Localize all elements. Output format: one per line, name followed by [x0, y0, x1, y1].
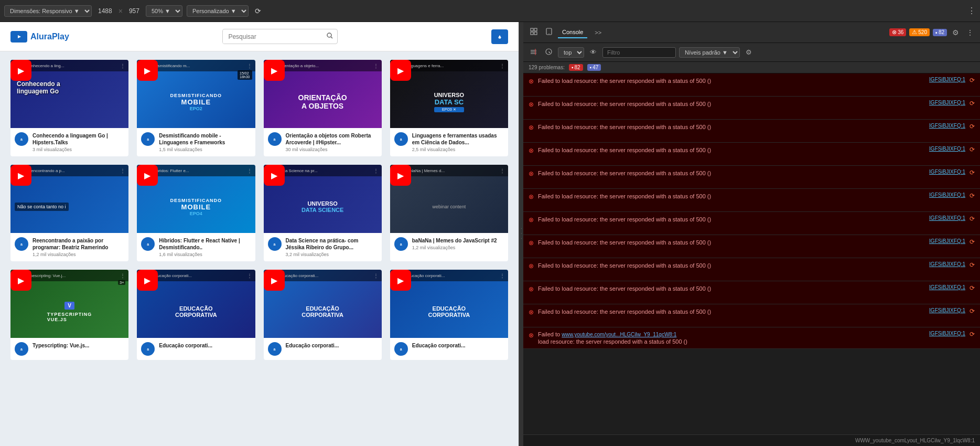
play-button-5[interactable]: ▶ — [10, 165, 31, 186]
console-output[interactable]: ⊗ Failed to load resource: the server re… — [523, 73, 980, 434]
last-error-row: ⊗ Failed to www.youtube.com/yout...HLGCi… — [529, 331, 975, 345]
eye-icon-button[interactable]: 👁 — [587, 47, 599, 58]
action-icon-7[interactable]: ⟳ — [970, 215, 975, 222]
action-icon-4[interactable]: ⟳ — [970, 146, 975, 153]
action-icon-3[interactable]: ⟳ — [970, 123, 975, 130]
settings-filter-button[interactable]: ⚙ — [743, 47, 755, 58]
problems-label: 129 problemas: — [529, 65, 565, 70]
error-icon-4: ⊗ — [529, 147, 534, 154]
video-info-7: a Data Science na prática- com Jéssika R… — [264, 233, 382, 261]
svg-rect-8 — [534, 28, 537, 31]
action-icon-11[interactable]: ⟳ — [970, 307, 975, 315]
device-icon-btn[interactable] — [543, 26, 555, 38]
console-source-3[interactable]: IGFSiBJIXFQ:1 — [929, 123, 965, 129]
error-icon-2: ⊗ — [529, 101, 534, 108]
dimensions-select[interactable]: Dimensões: Responsivo ▼ — [4, 5, 92, 17]
rotate-icon[interactable]: ⟳ — [253, 5, 263, 17]
action-icon-8[interactable]: ⟳ — [970, 238, 975, 246]
filter-input[interactable] — [602, 47, 676, 58]
console-source-2[interactable]: IGFSiBJIXFQ:1 — [929, 100, 965, 105]
action-icon-5[interactable]: ⟳ — [970, 169, 975, 176]
video-title-12: Educação corporati... — [412, 342, 504, 349]
play-button-10[interactable]: ▶ — [137, 270, 158, 291]
search-input[interactable] — [223, 30, 322, 44]
console-source-12[interactable]: IGFSiBJIXFQ:1 — [929, 331, 965, 336]
upload-button[interactable] — [491, 29, 508, 44]
console-source-4[interactable]: IGFSiBJIXFQ:1 — [929, 146, 965, 152]
console-msg-8: Failed to load resource: the server resp… — [538, 238, 925, 247]
tab-more[interactable]: >> — [590, 27, 606, 38]
main-area: AluraPlay — [0, 22, 980, 446]
tab-console[interactable]: Console — [558, 27, 587, 38]
settings-icon-button[interactable]: ⚙ — [950, 26, 961, 39]
video-info-6: a Híbridos: Flutter e React Native | Des… — [137, 233, 255, 261]
video-grid-container[interactable]: a Conhecendo a ling... ⋮ Conhecendo alin… — [0, 51, 519, 446]
video-card-3[interactable]: a Orientação a objeto... ⋮ ORIENTAÇÃOA O… — [264, 60, 382, 156]
console-msg-4: Failed to load resource: the server resp… — [538, 146, 925, 155]
console-entry-5: ⊗ Failed to load resource: the server re… — [523, 166, 980, 189]
video-card-5[interactable]: a Reencontrando a p... ⋮ Não se conta ta… — [10, 165, 128, 261]
video-card-6[interactable]: a Híbridos: Flutter e... ⋮ DESMISTIFICAN… — [137, 165, 255, 261]
action-icon-6[interactable]: ⟳ — [970, 192, 975, 199]
action-icon-9[interactable]: ⟳ — [970, 261, 975, 269]
last-error-text-12b: load resource: the server responded with… — [538, 338, 687, 345]
play-button-11[interactable]: ▶ — [264, 270, 285, 291]
youtube-link[interactable]: www.youtube.com/yout...HLGCilw_Y9_11qcW8… — [562, 332, 676, 337]
svg-rect-7 — [531, 28, 533, 31]
more-options-icon[interactable]: ⋮ — [967, 6, 976, 16]
video-title-10: Educação corporati... — [159, 342, 251, 349]
separator: × — [119, 7, 123, 15]
play-button-1[interactable]: ▶ — [10, 60, 31, 81]
play-button-6[interactable]: ▶ — [137, 165, 158, 186]
levels-select[interactable]: Níveis padrão ▼ — [679, 47, 740, 58]
svg-line-18 — [549, 51, 551, 53]
video-card-10[interactable]: a Educação corporati... ⋮ EDUCAÇÃOCORPOR… — [137, 270, 255, 360]
video-title-1: Conhecendo a linguagem Go | Hipsters.Tal… — [33, 132, 124, 146]
action-icon-10[interactable]: ⟳ — [970, 284, 975, 292]
error-icon-9: ⊗ — [529, 262, 534, 270]
video-meta-2: Desmistificando mobile - Linguagens e Fr… — [159, 132, 251, 152]
info-count: 82 — [939, 29, 944, 35]
video-card-9[interactable]: a Typescripting: Vue.j... ⋮ V TYPESCRIPT… — [10, 270, 128, 360]
zoom-select[interactable]: 50% ▼ — [146, 5, 182, 17]
video-card-8[interactable]: a baNaNa | Memes d... ⋮ webinar content … — [390, 165, 508, 261]
console-source-10[interactable]: IGFSiBJIXFQ:1 — [929, 284, 965, 290]
console-source-5[interactable]: IGFSiBJIXFQ:1 — [929, 169, 965, 175]
action-icon-12[interactable]: ⟳ — [970, 331, 975, 338]
play-button-9[interactable]: ▶ — [10, 270, 31, 291]
play-button-3[interactable]: ▶ — [264, 60, 285, 81]
video-card-12[interactable]: a Educação corporati... ⋮ EDUCAÇÃOCORPOR… — [390, 270, 508, 360]
search-button[interactable] — [322, 29, 337, 44]
resize-handle[interactable]: · · · — [519, 22, 523, 446]
console-msg-11: Failed to load resource: the server resp… — [538, 307, 925, 316]
action-icon-2[interactable]: ⟳ — [970, 100, 975, 107]
console-source-11[interactable]: IGFSiBJIXFQ:1 — [929, 307, 965, 313]
action-icon-1[interactable]: ⟳ — [970, 77, 975, 84]
error-icon-5: ⊗ — [529, 170, 534, 177]
console-source-8[interactable]: IGFSiBJIXFQ:1 — [929, 238, 965, 244]
play-button-12[interactable]: ▶ — [390, 270, 411, 291]
video-thumb-12: a Educação corporati... ⋮ EDUCAÇÃOCORPOR… — [390, 270, 508, 338]
video-card-11[interactable]: a Educação corporati... ⋮ EDUCAÇÃOCORPOR… — [264, 270, 382, 360]
pause-icon-button[interactable] — [543, 47, 555, 58]
play-button-7[interactable]: ▶ — [264, 165, 285, 186]
console-source-1[interactable]: IGFSiBJIXFQ:1 — [929, 77, 965, 82]
play-button-2[interactable]: ▶ — [137, 60, 158, 81]
clear-console-button[interactable] — [527, 47, 540, 58]
play-button-8[interactable]: ▶ — [390, 165, 411, 186]
console-source-9[interactable]: IGFSiBJIXFQ:1 — [929, 261, 965, 267]
play-button-4[interactable]: ▶ — [390, 60, 411, 81]
warning-count: 520 — [918, 29, 927, 35]
console-source-6[interactable]: IGFSiBJIXFQ:1 — [929, 192, 965, 198]
console-source-7[interactable]: IGFSiBJIXFQ:1 — [929, 215, 965, 221]
video-card-2[interactable]: a Desmistificando m... ⋮ 15/0218h30 DESM… — [137, 60, 255, 156]
more-menu-button[interactable]: ⋮ — [964, 26, 976, 39]
context-select[interactable]: top — [558, 47, 584, 58]
elements-icon-btn[interactable] — [527, 26, 540, 38]
video-card-7[interactable]: a Data Science na pr... ⋮ UNIVERSO DATA … — [264, 165, 382, 261]
video-title-4: Linguagens e ferramentas usadas em Ciênc… — [412, 132, 504, 146]
height-value: 957 — [127, 7, 142, 15]
custom-select[interactable]: Personalizado ▼ — [187, 5, 249, 17]
video-card-4[interactable]: a Linguagens e ferra... ⋮ UNIVERSO DATA … — [390, 60, 508, 156]
video-card-1[interactable]: a Conhecendo a ling... ⋮ Conhecendo alin… — [10, 60, 128, 156]
